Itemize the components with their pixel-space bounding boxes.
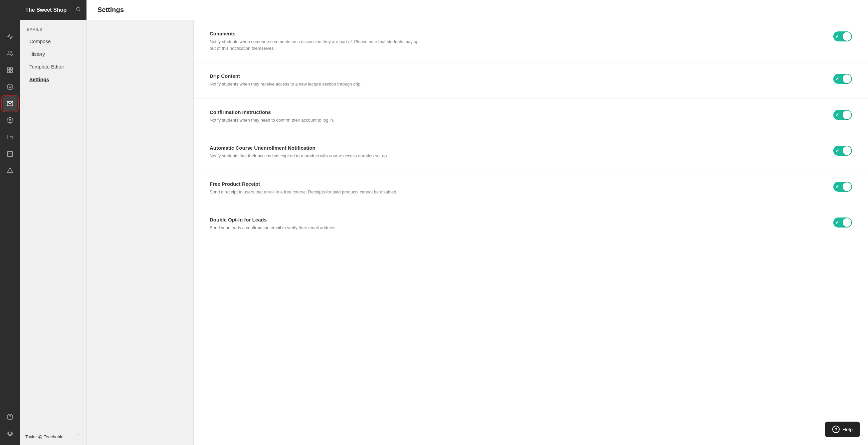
setting-desc-unenrollment: Notify students that their access has ex… (210, 153, 423, 159)
svg-rect-3 (8, 71, 10, 73)
nav-email-icon[interactable] (3, 96, 18, 111)
nav-calendar-icon[interactable] (3, 146, 18, 161)
toggle-confirmation[interactable]: ✓ (833, 110, 852, 120)
setting-desc-comments: Notify students when someone comments on… (210, 38, 423, 52)
svg-rect-1 (8, 68, 10, 70)
svg-point-7 (9, 120, 11, 121)
setting-row-drip: Drip Content Notify students when they r… (194, 62, 868, 98)
setting-desc-free-receipt: Send a receipt to users that enroll in a… (210, 189, 423, 196)
toggle-switch-drip[interactable]: ✓ (833, 74, 852, 84)
setting-desc-confirmation: Notify students when they need to confir… (210, 117, 423, 124)
svg-line-11 (10, 136, 12, 137)
setting-row-double-opt-in: Double Opt-In for Leads Send your leads … (194, 206, 868, 242)
content-left-panel (87, 20, 194, 445)
toggle-switch-confirmation[interactable]: ✓ (833, 110, 852, 120)
help-button[interactable]: ? Help (825, 422, 860, 437)
school-header: The Sweet Shop (20, 0, 87, 20)
help-label: Help (842, 426, 852, 432)
svg-rect-4 (11, 71, 13, 73)
setting-name-unenrollment: Automatic Course Unenrollment Notificati… (210, 145, 820, 151)
setting-name-free-receipt: Free Product Receipt (210, 181, 820, 187)
sidebar-bottom: Taylor @ Teachable ⋮ (20, 428, 87, 445)
search-icon[interactable] (76, 7, 81, 13)
help-circle-icon: ? (832, 426, 840, 433)
toggle-comments[interactable]: ✓ (833, 31, 852, 41)
nav-users-icon[interactable] (3, 46, 18, 61)
setting-row-confirmation: Confirmation Instructions Notify student… (194, 98, 868, 135)
toggle-unenrollment[interactable]: ✓ (833, 146, 852, 156)
toggle-switch-double-opt-in[interactable]: ✓ (833, 217, 852, 228)
nav-revenue-icon[interactable] (3, 80, 18, 94)
icon-nav-top (0, 0, 20, 410)
setting-desc-drip: Notify students when they receive access… (210, 81, 423, 88)
nav-library-icon[interactable] (3, 130, 18, 144)
svg-point-0 (8, 51, 10, 54)
sidebar-item-settings[interactable]: Settings (23, 73, 84, 86)
school-name: The Sweet Shop (25, 7, 67, 13)
toggle-switch-comments[interactable]: ✓ (833, 31, 852, 41)
sidebar-item-history[interactable]: History (23, 48, 84, 60)
emails-section-label: Emails (20, 20, 87, 35)
toggle-free-receipt[interactable]: ✓ (833, 182, 852, 192)
main-content: Settings Comments Notify students when s… (87, 0, 868, 445)
toggle-switch-unenrollment[interactable]: ✓ (833, 146, 852, 156)
nav-analytics-icon[interactable] (3, 29, 18, 44)
icon-nav (0, 0, 20, 445)
svg-rect-13 (8, 151, 13, 156)
toggle-switch-free-receipt[interactable]: ✓ (833, 182, 852, 192)
sidebar-user-name: Taylor @ Teachable (25, 434, 63, 439)
toggle-drip[interactable]: ✓ (833, 74, 852, 84)
setting-row-comments: Comments Notify students when someone co… (194, 20, 868, 62)
setting-row-unenrollment: Automatic Course Unenrollment Notificati… (194, 134, 868, 170)
nav-courses-icon[interactable] (3, 426, 18, 441)
svg-point-21 (76, 7, 80, 11)
nav-dashboard-icon[interactable] (3, 63, 18, 78)
svg-rect-2 (11, 68, 13, 70)
page-title: Settings (97, 6, 857, 14)
nav-funnels-icon[interactable] (3, 163, 18, 178)
setting-name-drip: Drip Content (210, 73, 820, 79)
icon-nav-bottom (0, 410, 20, 445)
setting-name-double-opt-in: Double Opt-In for Leads (210, 217, 820, 222)
setting-name-confirmation: Confirmation Instructions (210, 109, 820, 115)
toggle-double-opt-in[interactable]: ✓ (833, 217, 852, 228)
sidebar-user-menu-icon[interactable]: ⋮ (75, 433, 81, 440)
setting-desc-double-opt-in: Send your leads a confirmation email to … (210, 225, 423, 231)
sidebar-item-compose[interactable]: Compose (23, 35, 84, 48)
sidebar: The Sweet Shop Emails Compose History Te… (20, 0, 87, 445)
svg-line-22 (80, 10, 81, 11)
main-header: Settings (87, 0, 868, 20)
content-area: Comments Notify students when someone co… (87, 20, 868, 445)
nav-help-icon[interactable] (3, 410, 18, 424)
sidebar-nav: Emails Compose History Template Editor S… (20, 20, 87, 428)
settings-list: Comments Notify students when someone co… (194, 20, 868, 445)
setting-name-comments: Comments (210, 31, 820, 36)
nav-settings-icon[interactable] (3, 113, 18, 128)
setting-row-free-receipt: Free Product Receipt Send a receipt to u… (194, 170, 868, 206)
sidebar-item-template-editor[interactable]: Template Editor (23, 60, 84, 73)
